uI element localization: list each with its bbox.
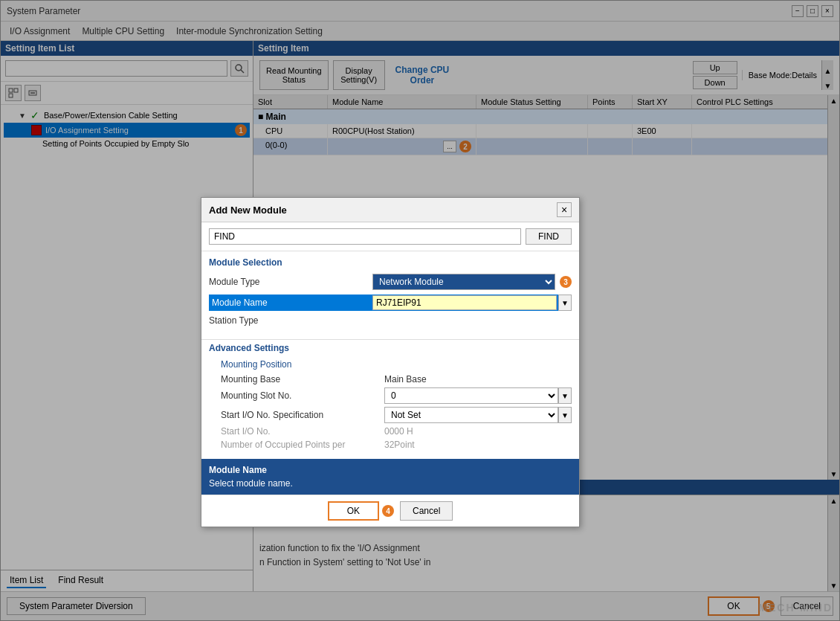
dialog-separator-1: [201, 339, 579, 340]
dialog-title-bar: Add New Module ×: [201, 198, 579, 222]
dialog-footer: OK 4 Cancel: [201, 495, 579, 527]
start-io-spec-row: Start I/O No. Specification Not Set ▼: [209, 407, 572, 423]
mounting-slot-row: Mounting Slot No. 0 ▼: [209, 387, 572, 404]
dialog-search-area: FIND: [201, 222, 579, 251]
mounting-slot-arrow[interactable]: ▼: [558, 387, 572, 404]
dialog-close-button[interactable]: ×: [557, 202, 572, 217]
mounting-base-row: Mounting Base Main Base: [209, 374, 572, 384]
start-io-spec-dropdown[interactable]: Not Set: [384, 407, 558, 423]
mounting-slot-label: Mounting Slot No.: [221, 390, 384, 401]
occupied-label-text: Number of Occupied Points per: [221, 440, 345, 450]
mounting-slot-dropdown[interactable]: 0: [384, 387, 558, 404]
start-io-spec-arrow[interactable]: ▼: [558, 407, 572, 423]
mounting-slot-container: 0 ▼: [384, 387, 572, 404]
module-type-dropdown[interactable]: Network Module: [372, 274, 555, 290]
step-badge-3: 3: [560, 276, 572, 288]
module-type-label: Module Type: [209, 277, 372, 287]
dialog-info-text: Select module name.: [209, 478, 572, 489]
mounting-base-value: Main Base: [384, 374, 427, 384]
start-io-spec-container: Not Set ▼: [384, 407, 572, 423]
module-selection-title: Module Selection: [209, 257, 572, 268]
advanced-settings-section: Advanced Settings Mounting Position Moun…: [201, 343, 579, 459]
advanced-settings-title: Advanced Settings: [209, 343, 572, 353]
dialog-overlay: Add New Module × FIND Module Selection M…: [0, 0, 840, 621]
module-name-label: Module Name: [209, 296, 372, 309]
start-io-value: 0000 H: [384, 426, 413, 437]
dialog-search-input[interactable]: [209, 228, 521, 245]
module-selection-section: Module Selection Module Type Network Mod…: [201, 251, 579, 336]
module-name-value-container: ▼: [372, 295, 572, 311]
dialog-title-text: Add New Module: [209, 205, 287, 216]
start-io-row: Start I/O No. 0000 H: [209, 426, 572, 437]
step-badge-4: 4: [382, 505, 394, 517]
station-type-row: Station Type: [209, 315, 572, 326]
station-type-label: Station Type: [209, 315, 372, 326]
dialog-info-title: Module Name: [209, 465, 572, 475]
dialog-info-section: Module Name Select module name.: [201, 459, 579, 495]
dialog-cancel-button[interactable]: Cancel: [400, 501, 453, 521]
start-io-spec-label: Start I/O No. Specification: [221, 410, 384, 420]
module-name-dropdown-arrow[interactable]: ▼: [558, 295, 572, 311]
mounting-base-label: Mounting Base: [221, 374, 384, 384]
module-type-row: Module Type Network Module 3: [209, 274, 572, 290]
start-io-label: Start I/O No.: [221, 426, 384, 437]
occupied-points-row: Number of Occupied Points per 32Point: [209, 440, 572, 450]
occupied-label: Number of Occupied Points per: [221, 440, 384, 450]
add-new-module-dialog: Add New Module × FIND Module Selection M…: [201, 197, 580, 527]
occupied-value: 32Point: [384, 440, 415, 450]
module-name-input[interactable]: [372, 295, 557, 310]
module-name-row: Module Name ▼: [209, 295, 572, 311]
dialog-find-button[interactable]: FIND: [526, 228, 572, 245]
module-type-value-container: Network Module 3: [372, 274, 572, 290]
mounting-position-title: Mounting Position: [209, 359, 572, 370]
dialog-ok-button[interactable]: OK: [328, 501, 379, 521]
